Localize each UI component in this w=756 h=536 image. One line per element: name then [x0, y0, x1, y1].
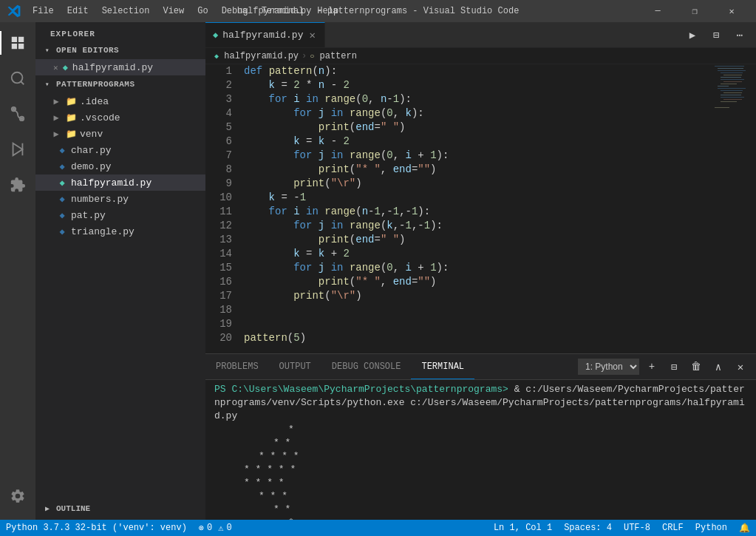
chevron-right-icon-venv: ▶	[50, 128, 62, 140]
outline-section[interactable]: ▶ OUTLINE	[35, 498, 205, 520]
menu-edit[interactable]: Edit	[61, 4, 95, 18]
status-bar-right: Ln 1, Col 1 Spaces: 4 UTF-8 CRLF Python …	[488, 520, 756, 536]
code-line-20: pattern(5)	[244, 331, 712, 345]
menu-view[interactable]: View	[157, 4, 190, 18]
window-title: halfpyramid.py - patternprograms - Visua…	[237, 6, 520, 16]
menu-file[interactable]: File	[27, 4, 60, 18]
line-num-13: 13	[205, 233, 232, 247]
code-line-19	[244, 317, 712, 331]
status-errors[interactable]: ⊗ 0 ⚠ 0	[193, 520, 238, 536]
menu-go[interactable]: Go	[191, 4, 214, 18]
terminal-content[interactable]: PS C:\Users\Waseem\PycharmProjects\patte…	[205, 380, 756, 520]
warning-count: 0	[227, 523, 232, 533]
svg-point-2	[13, 108, 16, 111]
line-num-11: 11	[205, 205, 232, 219]
code-line-14: k = k + 2	[244, 247, 712, 261]
tree-label-demo: demo.py	[71, 161, 112, 172]
code-line-17: print("\r")	[244, 289, 712, 303]
activity-search[interactable]	[0, 61, 35, 96]
svg-rect-15	[718, 86, 729, 86]
close-panel-button[interactable]: ✕	[731, 357, 750, 376]
minimize-button[interactable]: —	[641, 0, 675, 22]
more-actions-button[interactable]: ⋯	[729, 24, 750, 45]
status-encoding[interactable]: UTF-8	[618, 520, 656, 536]
status-notifications[interactable]: 🔔	[733, 520, 756, 536]
run-file-button[interactable]: ▶	[682, 24, 703, 45]
tab-halfpyramid[interactable]: ◆ halfpyramid.py ✕	[205, 22, 325, 47]
activity-source-control[interactable]	[0, 96, 35, 132]
sidebar-title: Explorer	[35, 22, 205, 41]
panel-tab-debug-console[interactable]: DEBUG CONSOLE	[321, 354, 412, 379]
editor-area: ◆ halfpyramid.py ✕ ▶ ⊟ ⋯ ◆ halfpyramid.p…	[205, 22, 756, 520]
code-line-7: for j in range(0, i + 1):	[244, 149, 712, 163]
breadcrumb: ◆ halfpyramid.py › ○ pattern	[205, 48, 756, 64]
status-cursor-position[interactable]: Ln 1, Col 1	[488, 520, 558, 536]
close-button[interactable]: ✕	[715, 0, 749, 22]
line-num-12: 12	[205, 219, 232, 233]
code-editor[interactable]: 1 2 3 4 5 6 7 8 9 10 11 12 13 14 15 16 1	[205, 64, 756, 353]
tree-item-venv[interactable]: ▶ 📁 venv	[35, 126, 205, 142]
line-num-19: 19	[205, 317, 232, 331]
status-line-ending[interactable]: CRLF	[656, 520, 689, 536]
activity-settings[interactable]	[0, 478, 35, 514]
open-editor-filename: halfpyramid.py	[72, 62, 153, 73]
terminal-output-2: * *	[214, 436, 747, 450]
activity-explorer[interactable]	[0, 25, 35, 61]
python-icon-pat: ◆	[56, 209, 68, 221]
panel-tab-problems[interactable]: PROBLEMS	[205, 354, 269, 379]
line-num-2: 2	[205, 78, 232, 92]
panel-tab-output[interactable]: OUTPUT	[269, 354, 321, 379]
tree-item-char[interactable]: ◆ char.py	[35, 142, 205, 158]
outline-chevron: ▶	[41, 503, 53, 515]
terminal-output-4: * * * * *	[214, 463, 747, 476]
menu-selection[interactable]: Selection	[96, 4, 156, 18]
split-terminal-button[interactable]: ⊟	[664, 357, 684, 376]
title-bar-buttons: — ❐ ✕	[641, 0, 749, 22]
tree-item-halfpyramid[interactable]: ◆ halfpyramid.py	[35, 174, 205, 191]
svg-line-1	[21, 81, 24, 84]
split-editor-button[interactable]: ⊟	[706, 24, 726, 45]
breadcrumb-symbol[interactable]: ○ pattern	[310, 51, 357, 61]
tree-item-vscode[interactable]: ▶ 📁 .vscode	[35, 109, 205, 126]
kill-terminal-button[interactable]: 🗑	[687, 357, 706, 376]
svg-rect-12	[721, 79, 744, 80]
line-ending-text: CRLF	[662, 523, 684, 533]
open-editors-section[interactable]: ▾ OPEN EDITORS	[35, 41, 205, 59]
terminal-selector[interactable]: 1: Python	[578, 359, 639, 375]
code-line-5: print(end=" ")	[244, 121, 712, 135]
open-editor-halfpyramid[interactable]: ✕ ◆ halfpyramid.py	[35, 59, 205, 75]
code-content[interactable]: def pattern(n): k = 2 * n - 2 for i in r…	[238, 64, 712, 353]
svg-point-0	[12, 72, 23, 84]
tree-label-idea: .idea	[80, 96, 109, 107]
activity-extensions[interactable]	[0, 167, 35, 203]
python-icon-demo: ◆	[56, 160, 68, 172]
svg-rect-9	[721, 72, 743, 73]
code-line-2: k = 2 * n - 2	[244, 78, 712, 92]
python-file-icon-small: ◆	[63, 62, 68, 73]
activity-run[interactable]	[0, 132, 35, 167]
warning-icon: ⚠	[218, 523, 223, 534]
new-terminal-button[interactable]: +	[642, 357, 661, 376]
panel-tab-terminal[interactable]: TERMINAL	[411, 354, 474, 379]
maximize-button[interactable]: ❐	[678, 0, 712, 22]
tree-item-triangle[interactable]: ◆ triangle.py	[35, 223, 205, 240]
tree-item-demo[interactable]: ◆ demo.py	[35, 158, 205, 174]
folder-icon-venv: 📁	[65, 128, 77, 140]
patternprograms-section[interactable]: ▾ PATTERNPROGRAMS	[35, 75, 205, 93]
cursor-position-text: Ln 1, Col 1	[494, 523, 552, 533]
tab-close-button[interactable]: ✕	[307, 27, 316, 43]
code-line-4: for j in range(0, k):	[244, 106, 712, 121]
status-python-version[interactable]: Python 3.7.3 32-bit ('venv': venv)	[0, 520, 193, 536]
status-language[interactable]: Python	[689, 520, 733, 536]
breadcrumb-file[interactable]: ◆ halfpyramid.py	[214, 51, 299, 61]
close-editor-icon[interactable]: ✕	[53, 63, 58, 72]
tree-label-pat: pat.py	[71, 210, 106, 221]
status-indentation[interactable]: Spaces: 4	[558, 520, 618, 536]
breadcrumb-separator: ›	[302, 51, 307, 61]
tree-item-idea[interactable]: ▶ 📁 .idea	[35, 93, 205, 109]
python-icon-numbers: ◆	[56, 193, 68, 205]
svg-rect-16	[718, 88, 746, 89]
tree-item-numbers[interactable]: ◆ numbers.py	[35, 191, 205, 207]
tree-item-pat[interactable]: ◆ pat.py	[35, 207, 205, 223]
maximize-panel-button[interactable]: ∧	[709, 357, 728, 376]
